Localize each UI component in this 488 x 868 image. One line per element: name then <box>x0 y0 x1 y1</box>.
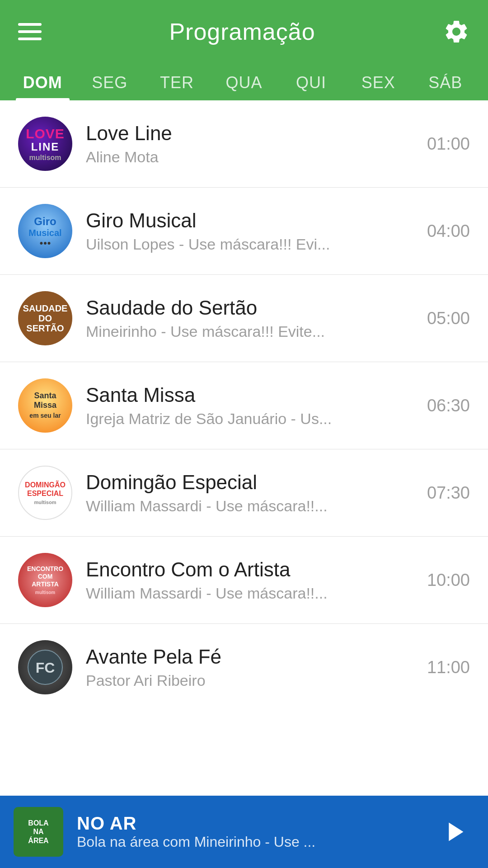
player-info: NO AR Bola na área com Mineirinho - Use … <box>63 813 434 850</box>
program-host: Aline Mota <box>86 148 375 166</box>
player-avatar: BOLANAÁREA <box>14 807 63 857</box>
list-item[interactable]: SantaMissaem seu lar Santa Missa Igreja … <box>0 362 488 449</box>
list-item[interactable]: ENCONTROCOMARTISTA multisom Encontro Com… <box>0 537 488 624</box>
program-info: Encontro Com o Artista William Massardi … <box>72 558 411 602</box>
player-subtitle: Bola na área com Mineirinho - Use ... <box>77 834 371 850</box>
program-name: Encontro Com o Artista <box>86 558 398 581</box>
program-name: Giro Musical <box>86 209 398 232</box>
program-time: 06:30 <box>411 396 470 415</box>
list-item[interactable]: FC Avante Pela Fé Pastor Ari Ribeiro 11:… <box>0 624 488 711</box>
list-item[interactable]: SAUDADE DO SERTÃO Saudade do Sertão Mine… <box>0 275 488 362</box>
program-info: Domingão Especial William Massardi - Use… <box>72 471 411 515</box>
program-time: 07:30 <box>411 483 470 503</box>
program-name: Domingão Especial <box>86 471 398 494</box>
program-avatar: SAUDADE DO SERTÃO <box>18 291 72 345</box>
program-avatar: ENCONTROCOMARTISTA multisom <box>18 553 72 607</box>
program-host: Uilson Lopes - Use máscara!!! Evi... <box>86 236 375 253</box>
tab-ter[interactable]: TER <box>143 63 211 100</box>
program-host: Igreja Matriz de São Januário - Us... <box>86 410 375 428</box>
program-info: Love Line Aline Mota <box>72 122 411 166</box>
program-time: 01:00 <box>411 134 470 154</box>
program-avatar: DOMINGÃO ESPECIAL multisom <box>18 466 72 520</box>
day-tabs: DOM SEG TER QUA QUI SEX SÁB <box>0 63 488 100</box>
program-host: William Massardi - Use máscara!!... <box>86 585 375 602</box>
program-name: Saudade do Sertão <box>86 297 398 319</box>
program-name: Love Line <box>86 122 398 145</box>
program-avatar: LOVE LINE multisom <box>18 117 72 171</box>
program-name: Santa Missa <box>86 384 398 406</box>
program-time: 11:00 <box>411 658 470 677</box>
tab-seg[interactable]: SEG <box>76 63 144 100</box>
list-item[interactable]: LOVE LINE multisom Love Line Aline Mota … <box>0 100 488 188</box>
header: Programação <box>0 0 488 63</box>
program-host: William Massardi - Use máscara!!... <box>86 497 375 515</box>
program-time: 04:00 <box>411 222 470 241</box>
list-item[interactable]: DOMINGÃO ESPECIAL multisom Domingão Espe… <box>0 449 488 537</box>
program-host: Pastor Ari Ribeiro <box>86 672 375 689</box>
play-button[interactable] <box>434 811 474 852</box>
program-avatar: FC <box>18 640 72 694</box>
program-info: Saudade do Sertão Mineirinho - Use másca… <box>72 297 411 340</box>
tab-dom[interactable]: DOM <box>9 63 76 100</box>
program-list: LOVE LINE multisom Love Line Aline Mota … <box>0 100 488 783</box>
settings-button[interactable] <box>443 18 470 45</box>
list-item[interactable]: Giro Musical ●●● Giro Musical Uilson Lop… <box>0 188 488 275</box>
now-playing-bar[interactable]: BOLANAÁREA NO AR Bola na área com Mineir… <box>0 796 488 868</box>
program-avatar: Giro Musical ●●● <box>18 204 72 258</box>
program-name: Avante Pela Fé <box>86 646 398 668</box>
tab-qua[interactable]: QUA <box>211 63 278 100</box>
program-time: 05:00 <box>411 309 470 328</box>
tab-qui[interactable]: QUI <box>277 63 345 100</box>
program-info: Giro Musical Uilson Lopes - Use máscara!… <box>72 209 411 253</box>
menu-button[interactable] <box>18 23 42 40</box>
program-host: Mineirinho - Use máscara!!! Evite... <box>86 323 375 340</box>
svg-text:FC: FC <box>36 660 55 676</box>
tab-sex[interactable]: SEX <box>345 63 412 100</box>
program-avatar: SantaMissaem seu lar <box>18 378 72 433</box>
page-title: Programação <box>169 18 315 45</box>
program-time: 10:00 <box>411 571 470 590</box>
program-info: Avante Pela Fé Pastor Ari Ribeiro <box>72 646 411 689</box>
tab-sab[interactable]: SÁB <box>412 63 479 100</box>
on-air-label: NO AR <box>77 813 420 834</box>
program-info: Santa Missa Igreja Matriz de São Januári… <box>72 384 411 428</box>
